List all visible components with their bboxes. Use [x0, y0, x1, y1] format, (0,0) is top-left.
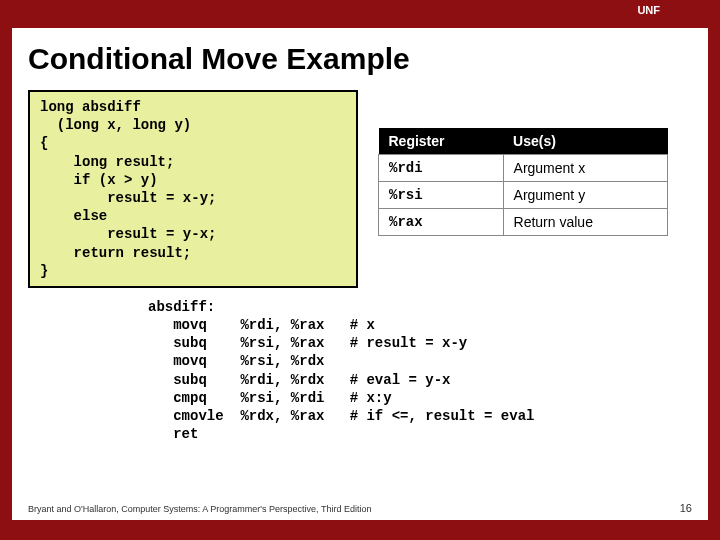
- use-cell: Argument y: [503, 182, 667, 209]
- reg-cell: %rdi: [379, 155, 504, 182]
- table-header-register: Register: [379, 128, 504, 155]
- use-cell: Argument x: [503, 155, 667, 182]
- table-header-uses: Use(s): [503, 128, 667, 155]
- reg-cell: %rsi: [379, 182, 504, 209]
- page-title: Conditional Move Example: [28, 42, 692, 76]
- main-row: long absdiff (long x, long y) { long res…: [28, 90, 692, 288]
- table-row: %rdi Argument x: [379, 155, 668, 182]
- assembly-block: absdiff: movq %rdi, %rax # x subq %rsi, …: [148, 298, 692, 444]
- top-bar: UNF: [0, 0, 720, 20]
- register-table: Register Use(s) %rdi Argument x %rsi Arg…: [378, 128, 668, 236]
- c-code-box: long absdiff (long x, long y) { long res…: [28, 90, 358, 288]
- slide-content: Conditional Move Example long absdiff (l…: [12, 28, 708, 520]
- footer-text: Bryant and O'Hallaron, Computer Systems:…: [28, 504, 371, 514]
- c-code: long absdiff (long x, long y) { long res…: [40, 98, 346, 280]
- table-header-row: Register Use(s): [379, 128, 668, 155]
- table-row: %rsi Argument y: [379, 182, 668, 209]
- table-row: %rax Return value: [379, 209, 668, 236]
- assembly-code: absdiff: movq %rdi, %rax # x subq %rsi, …: [148, 298, 692, 444]
- top-bar-label: UNF: [637, 4, 660, 16]
- reg-cell: %rax: [379, 209, 504, 236]
- page-number: 16: [680, 502, 692, 514]
- use-cell: Return value: [503, 209, 667, 236]
